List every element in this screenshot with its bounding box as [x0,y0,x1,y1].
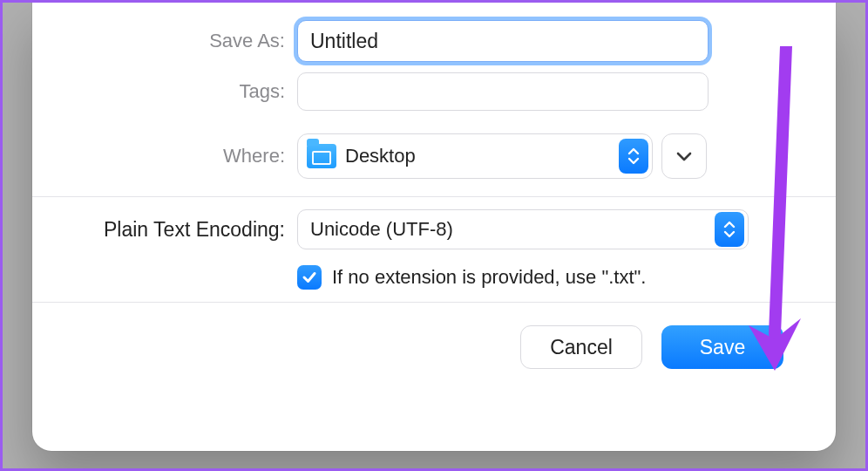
updown-stepper-icon [619,139,648,174]
where-label: Where: [32,145,285,167]
cancel-button[interactable]: Cancel [520,325,642,369]
tags-input[interactable] [297,72,709,111]
use-txt-extension-label: If no extension is provided, use ".txt". [332,266,646,289]
use-txt-extension-checkbox[interactable] [297,265,322,290]
updown-stepper-icon [715,212,744,247]
where-value: Desktop [345,145,610,167]
folder-icon [307,144,336,168]
save-button[interactable]: Save [661,325,783,369]
save-dialog: Save As: Tags: Where: Desktop Plain Text… [32,3,836,451]
chevron-down-icon [675,150,693,162]
save-as-input[interactable] [297,20,709,62]
where-popup[interactable]: Desktop [297,133,653,179]
save-as-label: Save As: [32,30,285,52]
encoding-value: Unicode (UTF-8) [310,218,715,241]
encoding-popup[interactable]: Unicode (UTF-8) [297,209,749,249]
check-icon [302,270,317,285]
tags-label: Tags: [32,80,285,103]
dialog-footer: Cancel Save [32,302,836,369]
encoding-label: Plain Text Encoding: [32,218,285,242]
expand-button[interactable] [661,133,707,179]
